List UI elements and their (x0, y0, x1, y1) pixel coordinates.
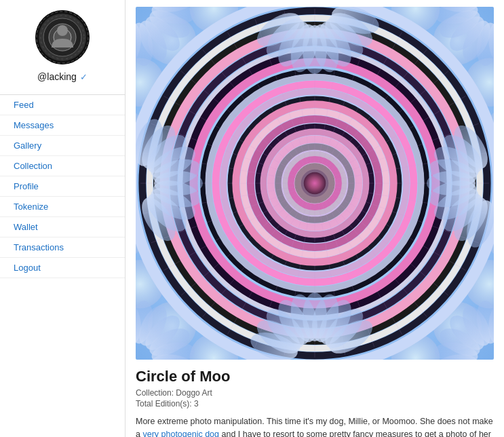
nav-item-feed[interactable]: Feed (0, 95, 125, 115)
highlight-text: very photogenic dog (142, 430, 219, 437)
nav-link-logout[interactable]: Logout (0, 258, 125, 278)
svg-point-5 (57, 25, 68, 36)
nav-item-profile[interactable]: Profile (0, 176, 125, 197)
nav-item-tokenize[interactable]: Tokenize (0, 197, 125, 217)
artwork-collection: Collection: Doggo Art (136, 388, 494, 398)
nav-link-wallet[interactable]: Wallet (0, 217, 125, 238)
artwork-image-container (136, 7, 494, 360)
artwork-description: More extreme photo manipulation. This ti… (136, 415, 494, 437)
nav-item-logout[interactable]: Logout (0, 258, 125, 278)
nav-item-collection[interactable]: Collection (0, 156, 125, 176)
username-row: @lacking ✓ (37, 71, 88, 82)
nav-link-messages[interactable]: Messages (0, 115, 125, 136)
artwork-editions: Total Edition(s): 3 (136, 399, 494, 408)
nav-item-wallet[interactable]: Wallet (0, 217, 125, 238)
nav-link-transactions[interactable]: Transactions (0, 238, 125, 258)
main-content: Circle of Moo Collection: Doggo Art Tota… (125, 0, 504, 437)
nav-link-profile[interactable]: Profile (0, 176, 125, 197)
nav-link-collection[interactable]: Collection (0, 156, 125, 176)
artwork-image (136, 7, 494, 360)
nav-item-messages[interactable]: Messages (0, 115, 125, 136)
nav-list: Feed Messages Gallery Collection Profile… (0, 94, 125, 278)
nav-link-feed[interactable]: Feed (0, 95, 125, 115)
nav-link-tokenize[interactable]: Tokenize (0, 197, 125, 217)
nav-item-gallery[interactable]: Gallery (0, 136, 125, 156)
sidebar: @lacking ✓ Feed Messages Gallery Collect… (0, 0, 125, 437)
avatar (35, 10, 90, 64)
username-label: @lacking (37, 71, 77, 82)
nav-item-transactions[interactable]: Transactions (0, 238, 125, 258)
artwork-title: Circle of Moo (136, 368, 494, 385)
nav-link-gallery[interactable]: Gallery (0, 136, 125, 156)
verified-icon: ✓ (80, 72, 88, 82)
